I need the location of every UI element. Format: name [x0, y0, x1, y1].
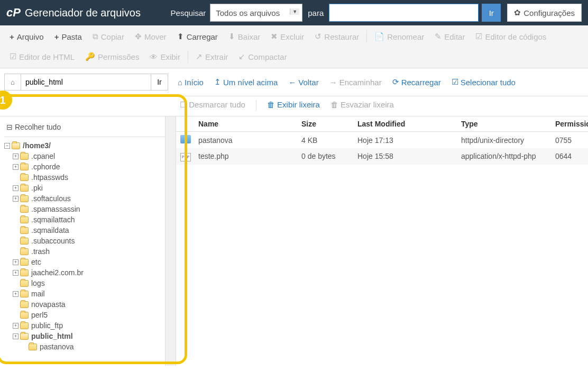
tree-item[interactable]: +.softaculous — [4, 193, 165, 204]
plus-icon[interactable]: + — [13, 196, 19, 202]
para-label: para — [308, 8, 324, 17]
nav-back-link[interactable]: ←Voltar — [288, 78, 318, 87]
nav-forward-link[interactable]: →Encaminhar — [329, 78, 382, 87]
tree-item[interactable]: +.pki — [4, 183, 165, 193]
tree-item[interactable]: novapasta — [4, 299, 165, 310]
table-row[interactable]: PHPteste.php0 de bytesHoje 15:58applicat… — [176, 148, 588, 165]
tree-item[interactable]: .sqmailattach — [4, 214, 165, 225]
cell-permissions: 0644 — [551, 151, 588, 161]
app-title: Gerenciador de arquivos — [25, 7, 171, 19]
plus-icon[interactable]: + — [13, 164, 19, 170]
plus-icon[interactable]: + — [13, 291, 19, 297]
col-type[interactable]: Type — [457, 116, 551, 131]
tree-item[interactable]: +public_ftp — [4, 320, 165, 331]
path-input[interactable] — [21, 74, 151, 91]
tree-item[interactable]: .htpasswds — [4, 172, 165, 183]
config-button[interactable]: ✿ Configurações — [507, 4, 582, 22]
new-file-button[interactable]: +Arquivo — [4, 28, 49, 46]
cell-modified: Hoje 17:13 — [353, 135, 457, 146]
plus-icon[interactable]: + — [13, 270, 19, 276]
delete-button[interactable]: ✖Excluir — [265, 28, 309, 46]
extract-button[interactable]: ↗Extrair — [190, 48, 233, 66]
main-toolbar: +Arquivo +Pasta ⧉Copiar ✥Mover ⬆Carregar… — [0, 25, 588, 68]
empty-trash-link[interactable]: 🗑 Esvaziar lixeira — [330, 100, 394, 111]
back-icon: ← — [288, 78, 296, 87]
restore-button[interactable]: ↺Restaurar — [309, 28, 364, 46]
upload-button[interactable]: ⬆Carregar — [172, 28, 223, 46]
folder-tree: − /home3/ +.cpanel+.cphorde.htpasswds+.p… — [4, 140, 165, 352]
folder-icon — [20, 248, 29, 255]
tree-item[interactable]: logs — [4, 278, 165, 288]
folder-icon — [20, 312, 29, 319]
edit-button[interactable]: ✎Editar — [429, 28, 470, 46]
plus-icon[interactable]: + — [13, 333, 19, 339]
compress-icon: ↙ — [238, 52, 245, 61]
download-button[interactable]: ⬇Baixar — [223, 28, 266, 46]
tree-item[interactable]: +public_html — [4, 331, 165, 341]
home-icon: ⌂ — [178, 78, 182, 87]
col-name[interactable]: Name — [194, 116, 297, 131]
reload-icon: ⟳ — [392, 77, 399, 87]
folder-icon — [20, 322, 29, 329]
html-icon: ☑ — [10, 52, 16, 61]
cell-permissions: 0755 — [551, 135, 588, 146]
tree-item[interactable]: .spamassassin — [4, 204, 165, 214]
cell-modified: Hoje 15:58 — [353, 151, 457, 161]
move-button[interactable]: ✥Mover — [130, 28, 172, 46]
html-editor-button[interactable]: ☑Editor de HTML — [4, 48, 80, 66]
search-scope-select[interactable]: Todos os arquivos — [210, 4, 302, 22]
permissions-button[interactable]: 🔑Permissões — [80, 48, 144, 66]
tree-item[interactable]: .sqmaildata — [4, 225, 165, 236]
minus-icon[interactable]: − — [4, 143, 10, 149]
tree-item[interactable]: perl5 — [4, 310, 165, 320]
rename-button[interactable]: 📄Renomear — [369, 28, 429, 46]
show-trash-link[interactable]: 🗑 Exibir lixeira — [267, 100, 320, 111]
secondary-nav: ☐ Desmarcar tudo 🗑 Exibir lixeira 🗑 Esva… — [0, 96, 588, 116]
extract-icon: ↗ — [196, 52, 203, 61]
table-body: pastanova4 KBHoje 17:13httpd/unix-direct… — [176, 132, 588, 165]
tree-item[interactable]: +mail — [4, 288, 165, 299]
col-check[interactable] — [176, 116, 194, 131]
tree-item[interactable]: +jaachei2.com.br — [4, 267, 165, 278]
tree-item[interactable]: +.cpanel — [4, 151, 165, 161]
view-button[interactable]: 👁Exibir — [144, 48, 186, 66]
collapse-all-link[interactable]: ⊟ Recolher tudo — [4, 121, 165, 137]
tree-child-item[interactable]: pastanova — [4, 341, 165, 352]
folder-icon — [20, 227, 29, 234]
folder-icon — [20, 259, 29, 266]
folder-tree-sidebar[interactable]: ⊟ Recolher tudo − /home3/ +.cpanel+.cpho… — [0, 116, 165, 366]
scroll-gutter[interactable] — [166, 116, 176, 366]
tree-item[interactable]: +.cphorde — [4, 161, 165, 172]
home-button[interactable]: ⌂ — [4, 74, 21, 91]
separator — [256, 100, 256, 111]
restore-icon: ↺ — [315, 32, 321, 41]
nav-reload-link[interactable]: ⟳Recarregar — [392, 77, 441, 87]
col-permissions[interactable]: Permissions — [551, 116, 588, 131]
copy-button[interactable]: ⧉Copiar — [87, 28, 130, 46]
nav-up-link[interactable]: ↥Um nível acima — [214, 77, 278, 87]
tree-root[interactable]: − /home3/ — [4, 140, 165, 151]
compress-button[interactable]: ↙Compactar — [233, 48, 292, 66]
plus-icon[interactable]: + — [13, 323, 19, 329]
code-editor-button[interactable]: ☑Editor de códigos — [470, 28, 552, 46]
search-input[interactable] — [329, 4, 479, 22]
col-size[interactable]: Size — [297, 116, 353, 131]
plus-icon[interactable]: + — [13, 154, 19, 159]
path-go-button[interactable]: Ir — [151, 74, 168, 91]
folder-icon — [20, 216, 29, 223]
plus-icon[interactable]: + — [13, 259, 19, 265]
col-modified[interactable]: Last Modified — [353, 116, 457, 131]
tree-item[interactable]: .subaccounts — [4, 236, 165, 246]
deselect-all-link[interactable]: ☐ Desmarcar tudo — [180, 100, 245, 111]
tree-item[interactable]: .trash — [4, 246, 165, 257]
file-list-area: Name Size Last Modified Type Permissions… — [166, 116, 588, 366]
cell-name: teste.php — [194, 151, 297, 161]
tree-item[interactable]: +etc — [4, 257, 165, 267]
table-row[interactable]: pastanova4 KBHoje 17:13httpd/unix-direct… — [176, 132, 588, 148]
nav-home-link[interactable]: ⌂Início — [178, 78, 204, 87]
plus-icon[interactable]: + — [13, 185, 19, 191]
uncheck-icon: ☐ — [180, 100, 189, 109]
search-go-button[interactable]: Ir — [482, 4, 501, 22]
new-folder-button[interactable]: +Pasta — [49, 28, 87, 46]
nav-selectall-link[interactable]: ☑Selecionar tudo — [452, 77, 516, 87]
